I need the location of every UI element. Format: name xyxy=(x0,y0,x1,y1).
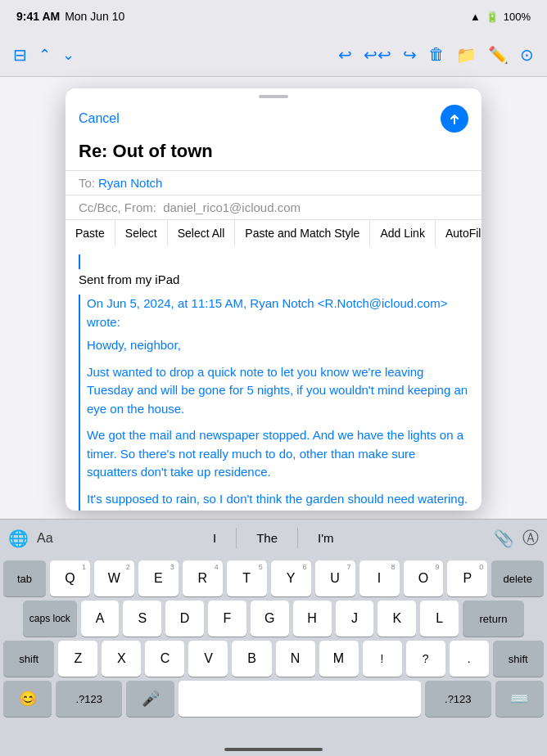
send-button[interactable] xyxy=(441,105,468,133)
quicktype-font-label[interactable]: Aa xyxy=(37,531,53,546)
shift-left-key[interactable]: shift xyxy=(3,641,54,677)
battery-icon: 🔋 xyxy=(486,11,499,23)
suggestion-im[interactable]: I'm xyxy=(298,528,354,548)
suggestion-i[interactable]: I xyxy=(193,528,237,548)
key-s[interactable]: S xyxy=(123,601,161,637)
wifi-icon: ▲ xyxy=(470,11,481,23)
key-v[interactable]: V xyxy=(188,641,228,677)
subject-line: Re: Out of town xyxy=(66,141,481,170)
key-l[interactable]: L xyxy=(420,601,459,637)
delete-key[interactable]: delete xyxy=(491,560,544,596)
key-m[interactable]: M xyxy=(319,641,359,677)
drag-handle[interactable] xyxy=(66,88,481,101)
suggestion-the[interactable]: The xyxy=(237,528,298,548)
drag-pill xyxy=(259,95,288,98)
keyboard-bottom-row: 😊 .?123 🎤 .?123 ⌨️ xyxy=(0,677,547,722)
reply-all-icon[interactable]: ↩↩ xyxy=(364,45,391,65)
key-g[interactable]: G xyxy=(251,601,289,637)
keyboard-row-1: tab 1Q 2W 3E 4R 5T 6Y 7U 8I 9O 0P delete xyxy=(0,556,547,596)
subject-text: Re: Out of town xyxy=(79,141,213,161)
key-b[interactable]: B xyxy=(232,641,271,677)
attachment-icon[interactable]: 📎 xyxy=(494,529,514,548)
key-j[interactable]: J xyxy=(336,601,374,637)
return-key[interactable]: return xyxy=(463,601,524,637)
key-a[interactable]: A xyxy=(81,601,120,637)
status-bar: 9:41 AM Mon Jun 10 ▲ 🔋 100% xyxy=(0,0,547,33)
cursor-line xyxy=(79,254,468,269)
num-key-right[interactable]: .?123 xyxy=(425,681,491,717)
key-r[interactable]: 4R xyxy=(183,560,223,596)
keyboard-icon-key[interactable]: ⌨️ xyxy=(495,681,544,717)
caps-lock-key[interactable]: caps lock xyxy=(23,601,77,637)
context-menu-paste[interactable]: Paste xyxy=(66,220,115,246)
keyboard-row-2: caps lock A S D F G H J K L return xyxy=(0,596,547,637)
scribble-icon[interactable]: Ⓐ xyxy=(522,527,539,549)
sidebar-icon[interactable]: ⊟ xyxy=(13,45,27,65)
key-w[interactable]: 2W xyxy=(94,560,134,596)
chevron-up-icon[interactable]: ⌃ xyxy=(38,46,51,64)
home-indicator xyxy=(224,748,323,751)
key-c[interactable]: C xyxy=(145,641,184,677)
compose-icon[interactable]: ✏️ xyxy=(488,45,509,65)
key-question[interactable]: ? xyxy=(406,641,445,677)
sheet-header: Cancel xyxy=(66,101,481,141)
text-cursor xyxy=(79,254,80,269)
key-z[interactable]: Z xyxy=(58,641,97,677)
quoted-para-1: Just wanted to drop a quick note to let … xyxy=(87,363,468,419)
context-menu-add-link[interactable]: Add Link xyxy=(370,220,435,246)
context-menu-paste-match[interactable]: Paste and Match Style xyxy=(235,220,370,246)
key-h[interactable]: H xyxy=(293,601,332,637)
context-menu-autofill[interactable]: AutoFill xyxy=(436,220,481,246)
forward-icon[interactable]: ↪ xyxy=(403,45,417,65)
compose-body[interactable]: Sent from my iPad On Jun 5, 2024, at 11:… xyxy=(66,246,481,511)
keyboard-row-3: shift Z X C V B N M ! ? . shift xyxy=(0,637,547,677)
key-n[interactable]: N xyxy=(276,641,315,677)
key-d[interactable]: D xyxy=(165,601,204,637)
chevron-down-icon[interactable]: ⌄ xyxy=(62,46,75,64)
to-line: To: Ryan Notch xyxy=(66,170,481,195)
key-o[interactable]: 9O xyxy=(404,560,444,596)
more-icon[interactable]: ⊙ xyxy=(520,45,534,65)
folder-icon[interactable]: 📁 xyxy=(456,45,477,65)
quoted-para-0: Howdy, neighbor, xyxy=(87,336,468,355)
quicktype-bar: 🌐 Aa I The I'm 📎 Ⓐ xyxy=(0,519,547,556)
status-icons: ▲ 🔋 100% xyxy=(470,11,531,23)
key-i[interactable]: 8I xyxy=(359,560,400,596)
key-u[interactable]: 7U xyxy=(315,560,355,596)
sent-from: Sent from my iPad xyxy=(79,272,468,286)
context-menu-select[interactable]: Select xyxy=(115,220,168,246)
mic-key[interactable]: 🎤 xyxy=(126,681,174,717)
key-y[interactable]: 6Y xyxy=(271,560,311,596)
status-date: Mon Jun 10 xyxy=(65,10,124,23)
quicktype-suggestions: I The I'm xyxy=(53,528,494,548)
compose-sheet: Cancel Re: Out of town To: Ryan Notch Cc… xyxy=(66,88,481,511)
send-icon xyxy=(448,112,461,125)
quoted-para-3: It's supposed to rain, so I don't think … xyxy=(87,490,468,511)
key-t[interactable]: 5T xyxy=(227,560,267,596)
shift-right-key[interactable]: shift xyxy=(493,641,544,677)
num-key-left[interactable]: .?123 xyxy=(56,681,122,717)
key-p[interactable]: 0P xyxy=(447,560,487,596)
quoted-text: On Jun 5, 2024, at 11:15 AM, Ryan Notch … xyxy=(79,295,468,511)
key-f[interactable]: F xyxy=(208,601,246,637)
key-k[interactable]: K xyxy=(377,601,416,637)
quicktype-settings-icon[interactable]: 🌐 xyxy=(8,529,29,548)
key-q[interactable]: 1Q xyxy=(50,560,90,596)
cancel-button[interactable]: Cancel xyxy=(79,111,120,126)
key-period[interactable]: . xyxy=(450,641,489,677)
key-e[interactable]: 3E xyxy=(138,560,179,596)
trash-icon[interactable]: 🗑 xyxy=(428,45,445,64)
reply-icon[interactable]: ↩ xyxy=(338,45,352,65)
to-name[interactable]: Ryan Notch xyxy=(98,176,162,190)
context-menu-select-all[interactable]: Select All xyxy=(168,220,236,246)
quoted-header: On Jun 5, 2024, at 11:15 AM, Ryan Notch … xyxy=(87,295,468,331)
cc-value: daniel_rico1@icloud.com xyxy=(163,200,301,214)
key-exclamation[interactable]: ! xyxy=(363,641,402,677)
space-key[interactable] xyxy=(179,681,420,717)
key-x[interactable]: X xyxy=(102,641,141,677)
cc-line: Cc/Bcc, From: daniel_rico1@icloud.com xyxy=(66,195,481,219)
keyboard: tab 1Q 2W 3E 4R 5T 6Y 7U 8I 9O 0P delete… xyxy=(0,556,547,756)
emoji-key[interactable]: 😊 xyxy=(3,681,52,717)
tab-key[interactable]: tab xyxy=(3,560,46,596)
cc-label: Cc/Bcc, From: xyxy=(79,200,156,214)
